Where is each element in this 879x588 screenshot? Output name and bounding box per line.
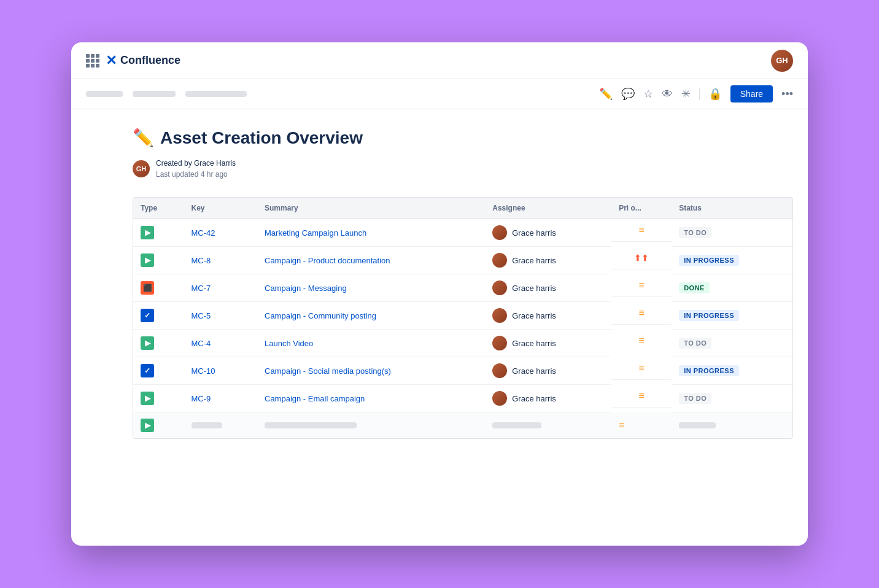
- table-row[interactable]: ✓ MC-5 Campaign - Community posting Grac…: [133, 302, 792, 330]
- type-icon-task: ✓: [141, 309, 154, 322]
- cell-key[interactable]: MC-10: [184, 357, 257, 385]
- cell-status: IN PROGRESS: [672, 247, 792, 274]
- cell-summary[interactable]: Campaign - Social media posting(s): [257, 357, 485, 385]
- cell-key[interactable]: MC-7: [184, 274, 257, 302]
- cell-assignee: Grace harris: [485, 330, 611, 357]
- author-avatar: GH: [133, 160, 150, 177]
- breadcrumb-item: [86, 91, 123, 97]
- breadcrumb-item: [185, 91, 247, 97]
- assignee-cell: Grace harris: [492, 280, 604, 295]
- assignee-name: Grace harris: [512, 228, 556, 238]
- breadcrumb: [86, 91, 247, 97]
- assignee-name: Grace harris: [512, 394, 556, 403]
- table-row[interactable]: ▶ MC-8 Campaign - Product documentation …: [133, 247, 792, 274]
- user-avatar[interactable]: GH: [771, 50, 793, 72]
- star-icon[interactable]: ☆: [643, 87, 653, 101]
- comment-icon[interactable]: 💬: [621, 87, 635, 101]
- lock-icon[interactable]: 🔒: [708, 87, 722, 101]
- issue-key[interactable]: MC-7: [192, 284, 211, 293]
- cell-summary[interactable]: Campaign - Community posting: [257, 302, 485, 330]
- author-name: Created by Grace Harris: [156, 158, 236, 169]
- browser-window: ✕ Confluence GH ✏️ 💬 ☆ 👁 ✳ 🔒 Share ••• ✏…: [71, 42, 808, 546]
- confluence-name: Confluence: [120, 54, 180, 67]
- assignee-cell: Grace harris: [492, 225, 604, 240]
- navbar-left: ✕ Confluence: [86, 53, 180, 69]
- cell-priority: ⬆⬆: [611, 247, 672, 269]
- table-header-row: Type Key Summary Assignee Pri o... Statu…: [133, 198, 792, 219]
- issue-summary[interactable]: Campaign - Email campaign: [265, 394, 365, 403]
- status-badge: IN PROGRESS: [679, 255, 739, 266]
- cell-key[interactable]: MC-8: [184, 247, 257, 274]
- cell-summary[interactable]: Campaign - Product documentation: [257, 247, 485, 274]
- app-switcher-icon[interactable]: [86, 54, 99, 68]
- cell-type: ▶: [133, 385, 184, 412]
- cell-summary[interactable]: Campaign - Email campaign: [257, 385, 485, 412]
- assignee-cell: Grace harris: [492, 308, 604, 323]
- issue-summary[interactable]: Campaign - Messaging: [265, 284, 347, 293]
- page-content: ✏️ Asset Creation Overview GH Created by…: [71, 109, 808, 457]
- watch-icon[interactable]: 👁: [662, 88, 673, 101]
- assignee-avatar: [492, 363, 507, 378]
- priority-medium-icon: ≡: [638, 336, 644, 346]
- page-title-section: ✏️ Asset Creation Overview: [133, 128, 793, 148]
- confluence-x-icon: ✕: [106, 53, 117, 69]
- assignee-name: Grace harris: [512, 339, 556, 348]
- issue-summary[interactable]: Campaign - Product documentation: [265, 256, 390, 265]
- issue-key[interactable]: MC-8: [192, 256, 211, 265]
- col-status: Status: [672, 198, 792, 219]
- col-summary: Summary: [257, 198, 485, 219]
- table-row[interactable]: ⬛ MC-7 Campaign - Messaging Grace harris…: [133, 274, 792, 302]
- assignee-name: Grace harris: [512, 256, 556, 265]
- issue-key[interactable]: MC-4: [192, 339, 211, 348]
- table-row[interactable]: ▶ MC-42 Marketing Campaign Launch Grace …: [133, 219, 792, 247]
- issue-key[interactable]: MC-9: [192, 394, 211, 403]
- issue-summary[interactable]: Campaign - Community posting: [265, 311, 376, 320]
- col-key: Key: [184, 198, 257, 219]
- priority-medium-icon: ≡: [619, 420, 624, 430]
- status-badge: TO DO: [679, 393, 711, 404]
- assignee-avatar: [492, 308, 507, 323]
- issue-summary[interactable]: Campaign - Social media posting(s): [265, 366, 391, 376]
- assignee-avatar: [492, 225, 507, 240]
- partial-priority: ≡: [611, 412, 672, 439]
- cell-type: ✓: [133, 302, 184, 330]
- partial-summary-bar: [265, 422, 357, 428]
- cell-key[interactable]: MC-42: [184, 219, 257, 247]
- confluence-logo[interactable]: ✕ Confluence: [106, 53, 180, 69]
- col-assignee: Assignee: [485, 198, 611, 219]
- cell-key[interactable]: MC-9: [184, 385, 257, 412]
- cell-type: ✓: [133, 357, 184, 385]
- cell-summary[interactable]: Marketing Campaign Launch: [257, 219, 485, 247]
- cell-assignee: Grace harris: [485, 274, 611, 302]
- table-row[interactable]: ▶ MC-9 Campaign - Email campaign Grace h…: [133, 385, 792, 412]
- table-row[interactable]: ✓ MC-10 Campaign - Social media posting(…: [133, 357, 792, 385]
- cell-summary[interactable]: Campaign - Messaging: [257, 274, 485, 302]
- partial-status: [672, 412, 792, 439]
- toolbar-actions: ✏️ 💬 ☆ 👁 ✳ 🔒 Share •••: [599, 85, 793, 103]
- type-icon-story: ▶: [141, 226, 154, 239]
- cell-summary[interactable]: Launch Video: [257, 330, 485, 357]
- issue-key[interactable]: MC-10: [192, 366, 215, 376]
- issue-summary[interactable]: Marketing Campaign Launch: [265, 228, 366, 238]
- assignee-avatar: [492, 336, 507, 350]
- issue-summary[interactable]: Launch Video: [265, 339, 313, 348]
- cell-key[interactable]: MC-4: [184, 330, 257, 357]
- edit-icon[interactable]: ✏️: [599, 87, 613, 101]
- partial-assignee: [485, 412, 611, 439]
- navbar: ✕ Confluence GH: [71, 42, 808, 79]
- status-badge: TO DO: [679, 227, 711, 238]
- cell-priority: ≡: [611, 385, 672, 408]
- cell-priority: ≡: [611, 274, 672, 297]
- partial-key: [184, 412, 257, 439]
- issue-key[interactable]: MC-42: [192, 228, 215, 238]
- toolbar-divider: [699, 88, 700, 100]
- assignee-name: Grace harris: [512, 366, 556, 376]
- assignee-avatar: [492, 280, 507, 295]
- priority-medium-icon: ≡: [638, 308, 644, 318]
- share-button[interactable]: Share: [730, 85, 773, 103]
- assignee-name: Grace harris: [512, 284, 556, 293]
- cell-key[interactable]: MC-5: [184, 302, 257, 330]
- issue-key[interactable]: MC-5: [192, 311, 211, 320]
- more-options-icon[interactable]: •••: [781, 88, 793, 101]
- table-row[interactable]: ▶ MC-4 Launch Video Grace harris ≡ TO DO: [133, 330, 792, 357]
